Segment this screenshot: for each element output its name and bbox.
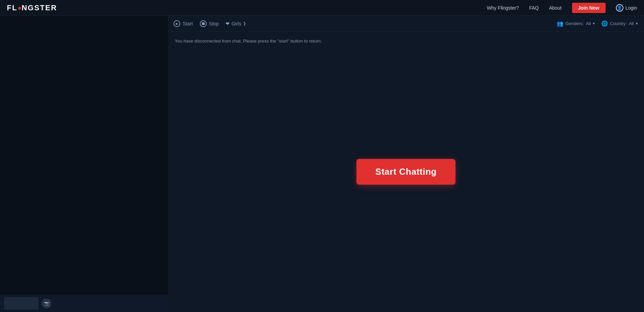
login-icon: 👤 bbox=[616, 4, 623, 12]
nav-item-join[interactable]: Join Now bbox=[572, 3, 606, 13]
login-button[interactable]: 👤 Login bbox=[616, 4, 637, 12]
country-filter[interactable]: 🌐 Country: All ▼ bbox=[601, 20, 639, 27]
toolbar-left: ▶ Start Stop ❤ Girls ❯ bbox=[173, 20, 246, 27]
genders-filter[interactable]: 👥 Genders: All ▼ bbox=[557, 20, 596, 27]
toolbar-right: 👥 Genders: All ▼ 🌐 Country: All ▼ bbox=[557, 20, 639, 27]
nav-link-about[interactable]: About bbox=[549, 5, 562, 11]
webcam-thumbnail bbox=[4, 297, 38, 310]
girls-chevron-icon: ❯ bbox=[243, 21, 246, 26]
country-value: All bbox=[629, 21, 634, 26]
stop-inner-icon bbox=[202, 22, 205, 25]
nav-link-faq[interactable]: FAQ bbox=[529, 5, 539, 11]
right-panel: ▶ Start Stop ❤ Girls ❯ 👥 bbox=[168, 16, 644, 312]
start-chatting-button[interactable]: Start Chatting bbox=[356, 159, 455, 185]
nav-links: Why Flingster? FAQ About Join Now 👤 Logi… bbox=[487, 3, 637, 13]
nav-item-why[interactable]: Why Flingster? bbox=[487, 5, 519, 11]
left-panel: 📷 bbox=[0, 16, 168, 312]
login-label: Login bbox=[625, 5, 637, 11]
logo: FL NGSTER bbox=[7, 3, 57, 12]
play-icon: ▶ bbox=[173, 20, 180, 27]
stop-label: Stop bbox=[209, 21, 219, 26]
nav-item-faq[interactable]: FAQ bbox=[529, 5, 539, 11]
nav-item-about[interactable]: About bbox=[549, 5, 562, 11]
logo-dot bbox=[18, 7, 21, 10]
genders-chevron-icon: ▼ bbox=[592, 22, 596, 25]
genders-value: All bbox=[586, 21, 591, 26]
genders-dropdown[interactable]: All ▼ bbox=[586, 21, 595, 26]
chat-toolbar: ▶ Start Stop ❤ Girls ❯ 👥 bbox=[168, 16, 644, 32]
webcam-area bbox=[0, 16, 168, 295]
camera-icon[interactable]: 📷 bbox=[42, 299, 51, 308]
logo-text: FL bbox=[7, 3, 17, 12]
nav-item-login[interactable]: 👤 Login bbox=[616, 4, 637, 12]
stop-icon bbox=[200, 20, 207, 27]
start-label: Start bbox=[183, 21, 193, 26]
country-chevron-icon: ▼ bbox=[635, 22, 639, 25]
genders-icon: 👥 bbox=[557, 20, 563, 27]
webcam-bottom-bar: 📷 bbox=[0, 295, 168, 312]
heart-icon: ❤ bbox=[226, 21, 230, 26]
stop-button[interactable]: Stop bbox=[200, 20, 219, 27]
disconnected-message: You have disconnected from chat. Please … bbox=[175, 38, 322, 44]
nav-link-why[interactable]: Why Flingster? bbox=[487, 5, 519, 11]
chat-main: You have disconnected from chat. Please … bbox=[168, 32, 644, 312]
girls-label: Girls bbox=[231, 21, 241, 26]
logo-text-rest: NGSTER bbox=[22, 3, 57, 12]
globe-icon: 🌐 bbox=[601, 20, 608, 27]
girls-button[interactable]: ❤ Girls ❯ bbox=[226, 21, 246, 26]
navbar: FL NGSTER Why Flingster? FAQ About Join … bbox=[0, 0, 644, 16]
genders-label: Genders: bbox=[566, 21, 584, 26]
country-dropdown[interactable]: All ▼ bbox=[629, 21, 639, 26]
start-button[interactable]: ▶ Start bbox=[173, 20, 193, 27]
join-now-button[interactable]: Join Now bbox=[572, 3, 606, 13]
main-content: 📷 ▶ Start Stop ❤ Girls bbox=[0, 16, 644, 312]
country-label: Country: bbox=[610, 21, 627, 26]
